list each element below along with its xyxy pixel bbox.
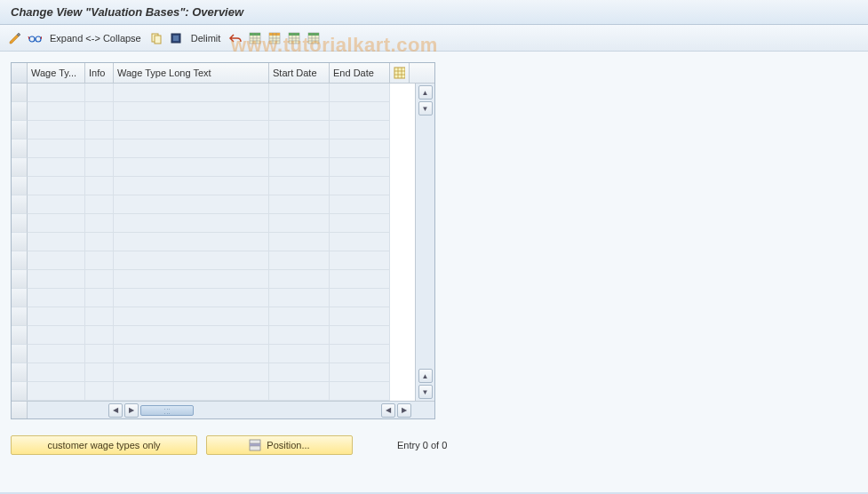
table-row[interactable] [12, 158, 415, 177]
scroll-right-icon[interactable]: ▶ [124, 403, 139, 418]
position-button[interactable]: Position... [206, 435, 353, 455]
table-row[interactable] [12, 307, 415, 326]
select-all-icon[interactable] [168, 30, 184, 46]
table-orange-icon[interactable] [267, 30, 283, 46]
table-row[interactable] [12, 84, 415, 102]
table-row[interactable] [12, 214, 415, 233]
svg-rect-5 [173, 36, 179, 41]
table-row[interactable] [12, 177, 415, 195]
table-row[interactable] [12, 102, 415, 121]
svg-point-0 [29, 36, 35, 42]
table-header: Wage Ty... Info Wage Type Long Text Star… [12, 63, 434, 84]
scroll-right-icon[interactable]: ▶ [397, 403, 411, 418]
table-row[interactable] [12, 289, 415, 307]
bottom-controls: customer wage types only Position... Ent… [11, 435, 857, 455]
table-row[interactable] [12, 270, 415, 289]
undo-icon[interactable] [227, 30, 243, 46]
column-header-info[interactable]: Info [85, 63, 114, 83]
table-body [12, 84, 415, 401]
table-row[interactable] [12, 326, 415, 345]
table-row[interactable] [12, 139, 415, 158]
scroll-left-icon[interactable]: ◀ [381, 403, 395, 418]
position-button-label: Position... [267, 440, 309, 450]
change-icon[interactable] [7, 30, 23, 46]
table-corner[interactable] [12, 63, 28, 83]
position-icon [249, 439, 261, 451]
horizontal-scrollbar[interactable]: ◀ ▶ ◀ ▶ [12, 401, 434, 418]
table-row[interactable] [12, 251, 415, 270]
table-row[interactable] [12, 195, 415, 214]
column-header-startdate[interactable]: Start Date [269, 63, 330, 83]
scroll-up-icon[interactable]: ▲ [418, 85, 433, 100]
page-title: Change View "Valuation Bases": Overview [0, 0, 868, 25]
scroll-left-icon[interactable]: ◀ [108, 403, 123, 418]
svg-rect-7 [250, 33, 260, 36]
scroll-down-icon[interactable]: ▼ [418, 385, 433, 399]
svg-rect-3 [155, 36, 161, 44]
table-settings-icon[interactable] [390, 63, 410, 83]
vertical-scrollbar[interactable]: ▲ ▼ ▲ ▼ [415, 84, 434, 401]
table-row[interactable] [12, 233, 415, 251]
table-row[interactable] [12, 363, 415, 382]
table-green-icon-2[interactable] [286, 30, 302, 46]
column-header-wagetype[interactable]: Wage Ty... [28, 63, 85, 83]
column-header-longtext[interactable]: Wage Type Long Text [114, 63, 269, 83]
svg-rect-19 [289, 33, 299, 36]
delimit-button[interactable]: Delimit [187, 33, 225, 44]
content-area: Wage Ty... Info Wage Type Long Text Star… [0, 52, 868, 492]
copy-icon[interactable] [148, 30, 164, 46]
svg-rect-30 [394, 68, 405, 78]
column-header-enddate[interactable]: End Date [330, 63, 390, 83]
table-row[interactable] [12, 345, 415, 363]
glasses-icon[interactable] [27, 30, 43, 46]
svg-point-1 [36, 36, 41, 42]
toolbar: Expand <-> Collapse Delimit [0, 25, 868, 52]
svg-rect-36 [250, 443, 260, 446]
table-green-icon-3[interactable] [306, 30, 322, 46]
svg-rect-13 [269, 33, 280, 36]
scroll-up-icon[interactable]: ▲ [418, 369, 433, 383]
table-row[interactable] [12, 382, 415, 401]
data-table: Wage Ty... Info Wage Type Long Text Star… [11, 62, 435, 419]
customer-wage-types-button[interactable]: customer wage types only [11, 435, 197, 455]
table-green-icon-1[interactable] [247, 30, 263, 46]
entry-count: Entry 0 of 0 [397, 440, 447, 450]
svg-rect-25 [308, 33, 319, 36]
expand-collapse-button[interactable]: Expand <-> Collapse [46, 33, 145, 44]
scroll-thumb[interactable] [140, 405, 194, 416]
table-row[interactable] [12, 121, 415, 139]
scroll-down-icon[interactable]: ▼ [418, 101, 433, 116]
